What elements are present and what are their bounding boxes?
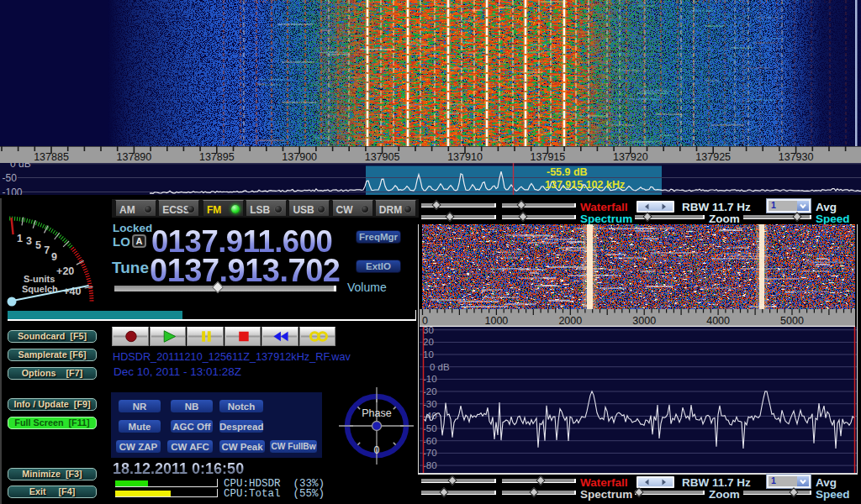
svg-text:137915: 137915 xyxy=(531,151,566,163)
svg-text:-60: -60 xyxy=(423,436,437,446)
svg-text:-20: -20 xyxy=(423,386,437,396)
svg-text:4000: 4000 xyxy=(706,315,730,327)
svg-text:5000: 5000 xyxy=(780,315,804,327)
svg-text:S-units: S-units xyxy=(24,274,55,284)
svg-text:137910: 137910 xyxy=(447,151,483,163)
svg-text:-55.9 dB: -55.9 dB xyxy=(547,166,588,178)
svg-text:-80: -80 xyxy=(423,460,437,470)
svg-text:2000: 2000 xyxy=(558,315,582,327)
svg-text:137895: 137895 xyxy=(199,151,235,163)
svg-text:0 dB: 0 dB xyxy=(430,362,450,372)
svg-text:30: 30 xyxy=(423,327,434,335)
svg-text:3: 3 xyxy=(26,235,32,247)
svg-text:0 dB: 0 dB xyxy=(10,163,31,170)
svg-text:-100: -100 xyxy=(3,186,23,195)
svg-text:-10: -10 xyxy=(423,374,437,384)
svg-text:9: 9 xyxy=(51,251,57,263)
svg-text:+20: +20 xyxy=(56,265,74,277)
svg-text:137.915.102 kHz: 137.915.102 kHz xyxy=(545,179,625,191)
svg-text:0: 0 xyxy=(422,315,428,327)
svg-text:Phase: Phase xyxy=(362,407,391,419)
svg-text:137900: 137900 xyxy=(282,151,317,163)
svg-text:137885: 137885 xyxy=(34,151,69,163)
svg-text:137920: 137920 xyxy=(613,151,648,163)
svg-text:3000: 3000 xyxy=(632,315,656,327)
svg-text:-50: -50 xyxy=(423,423,437,433)
svg-text:137905: 137905 xyxy=(365,151,400,163)
svg-text:137925: 137925 xyxy=(695,151,731,163)
svg-text:7: 7 xyxy=(44,244,50,256)
svg-text:1000: 1000 xyxy=(484,315,508,327)
svg-text:-30: -30 xyxy=(423,399,437,409)
svg-text:20: 20 xyxy=(423,337,434,347)
svg-text:-50: -50 xyxy=(3,172,18,184)
svg-text:137890: 137890 xyxy=(117,151,152,163)
svg-text:137930: 137930 xyxy=(779,151,814,163)
svg-text:1: 1 xyxy=(17,233,23,244)
svg-text:-70: -70 xyxy=(423,448,437,458)
svg-text:5: 5 xyxy=(35,239,41,251)
svg-text:10: 10 xyxy=(423,349,434,360)
svg-text:0: 0 xyxy=(374,444,380,456)
